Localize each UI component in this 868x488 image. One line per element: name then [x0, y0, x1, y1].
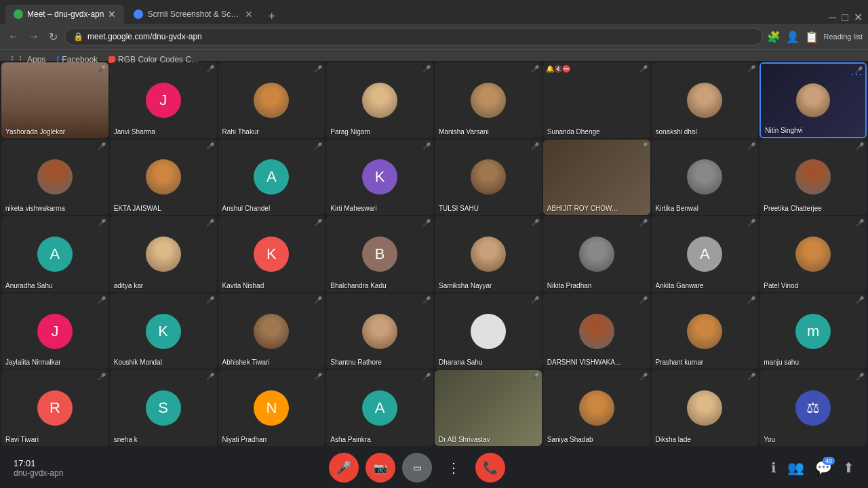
mute-icon: 🎤 — [98, 142, 106, 150]
participant-name: Jaylalita Nirmalkar — [5, 359, 61, 366]
present-button[interactable]: ▭ — [402, 453, 432, 483]
video-tile[interactable]: 🎤Parag Nigam — [326, 62, 433, 138]
activities-icon[interactable]: ⬆ — [843, 460, 854, 476]
address-text: meet.google.com/dnu-gvdx-apn — [87, 32, 202, 41]
video-tile[interactable]: K🎤Kirti Maheswari — [326, 140, 433, 216]
video-tile[interactable]: R🎤Ravi Tiwari — [1, 370, 108, 446]
participant-name: aditya kar — [114, 282, 143, 289]
video-tile[interactable]: 🎤Preetika Chatterjee — [760, 140, 867, 216]
nav-bar: ← → ↻ 🔒 meet.google.com/dnu-gvdx-apn 🧩 👤… — [0, 24, 868, 49]
video-tile[interactable]: 🎤EKTA JAISWAL — [110, 140, 217, 216]
address-bar[interactable]: 🔒 meet.google.com/dnu-gvdx-apn — [64, 28, 763, 45]
back-button[interactable]: ← — [5, 28, 22, 45]
mute-icon: 🎤 — [747, 142, 755, 150]
video-tile[interactable]: ⋯🎤Nitin Singhvi — [760, 62, 867, 138]
video-tile[interactable]: 🎤Shantnu Rathore — [326, 293, 433, 369]
video-tile[interactable]: K🎤Kavita Nishad — [218, 216, 326, 292]
video-tile[interactable]: 🎤Manisha Varsani — [435, 62, 542, 138]
video-tile[interactable]: A🎤Ankita Ganware — [652, 216, 759, 292]
video-tile[interactable]: 🎤Saniya Shadab — [543, 370, 650, 446]
mute-icon: 🎤 — [856, 142, 864, 150]
video-tile[interactable]: 🎤Prashant kumar — [652, 293, 759, 369]
video-tile[interactable]: A🎤Asha Painkra — [326, 370, 433, 446]
video-tile[interactable]: 🎤Dr AB Shrivastav — [435, 370, 542, 446]
video-tile[interactable]: 🔔🔇⛔🎤Sunanda Dhenge — [543, 62, 650, 138]
video-tile[interactable]: J🎤Janvi Sharma — [110, 62, 217, 138]
video-tile[interactable]: 🎤ABHIJIT ROY CHOW... — [543, 140, 650, 216]
video-tile[interactable]: 🎤niketa vishwakarma — [1, 140, 108, 216]
participant-name: Samiksha Nayyar — [439, 282, 492, 289]
video-tile[interactable]: 🎤Patel Vinod — [760, 216, 867, 292]
video-tile[interactable]: 🎤Kirtika Benwal — [652, 140, 759, 216]
reading-list-icon[interactable]: 📋 — [805, 30, 818, 43]
video-tile[interactable]: 🎤Rahi Thakur — [218, 62, 326, 138]
meeting-info: 17:01 dnu-gvdx-apn — [14, 458, 63, 478]
participant-name: Diksha lade — [656, 436, 691, 443]
cam-button[interactable]: 📷 — [366, 453, 395, 483]
reload-button[interactable]: ↻ — [46, 28, 60, 46]
mute-icon: 🎤 — [98, 65, 106, 73]
extensions-icon[interactable]: 🧩 — [767, 30, 781, 43]
video-tile[interactable]: S🎤sneha k — [110, 370, 217, 446]
video-tile[interactable]: ⚖🎤You — [760, 370, 867, 446]
video-tile[interactable]: A🎤Anuradha Sahu — [1, 216, 108, 292]
mute-icon: 🎤 — [422, 296, 431, 304]
controls: 🎤 📷 ▭ ⋮ 📞 — [329, 453, 505, 483]
minimize-button[interactable]: ─ — [829, 12, 836, 24]
video-tile[interactable]: 🎤Abhishek Tiwari — [218, 293, 326, 369]
participant-name: sneha k — [114, 436, 138, 443]
mute-icon: 🎤 — [314, 142, 322, 150]
video-tile[interactable]: J🎤Jaylalita Nirmalkar — [1, 293, 108, 369]
video-tile[interactable]: 🎤aditya kar — [110, 216, 217, 292]
profile-icon[interactable]: 👤 — [786, 30, 800, 43]
participant-name: Parag Nigam — [330, 128, 370, 136]
maximize-button[interactable]: □ — [842, 12, 848, 24]
people-icon[interactable]: 👥 — [787, 460, 804, 476]
video-tile[interactable]: 🎤DARSHNI VISHWAKA... — [543, 293, 650, 369]
more-options-button[interactable]: ⋮ — [439, 453, 469, 483]
new-tab-button[interactable]: + — [262, 9, 281, 24]
participant-name: Kirti Maheswari — [330, 205, 376, 212]
end-call-button[interactable]: 📞 — [475, 453, 505, 483]
video-tile[interactable]: m🎤manju sahu — [760, 293, 867, 369]
forward-button[interactable]: → — [26, 28, 42, 45]
participant-name: Ankita Ganware — [656, 282, 704, 289]
video-tile[interactable]: B🎤Bhalchandra Kadu — [326, 216, 433, 292]
video-tile[interactable]: 🎤Yashorada Joglekar — [1, 62, 108, 138]
tab-scrnli-close[interactable]: ✕ — [245, 9, 253, 20]
mute-icon: 🎤 — [206, 373, 214, 380]
mute-icon: 🎤 — [531, 296, 539, 304]
tab-meet-close[interactable]: ✕ — [108, 9, 116, 20]
tab-scrnli[interactable]: Scrnli Screenshot & Screen Vide... ✕ — [125, 5, 261, 24]
participant-name: You — [764, 436, 775, 443]
reading-list-label[interactable]: Reading list — [824, 33, 863, 41]
mute-icon: 🎤 — [856, 219, 864, 226]
mute-icon: 🎤 — [856, 373, 864, 380]
video-tile[interactable]: 🎤Dharana Sahu — [435, 293, 542, 369]
video-tile[interactable]: K🎤Koushik Mondal — [110, 293, 217, 369]
close-button[interactable]: ✕ — [854, 11, 863, 24]
participant-name: Ravi Tiwari — [5, 436, 39, 443]
participant-name: Nikita Pradhan — [547, 282, 592, 289]
mute-icon: 🎤 — [98, 373, 106, 380]
video-tile[interactable]: 🎤sonakshi dhal — [652, 62, 759, 138]
video-tile[interactable]: N🎤Niyati Pradhan — [218, 370, 326, 446]
video-tile[interactable]: 🎤Nikita Pradhan — [543, 216, 650, 292]
nav-icons: 🧩 👤 📋 Reading list — [767, 30, 863, 43]
meeting-time: 17:01 — [14, 458, 63, 468]
meeting-name: dnu-gvdx-apn — [14, 468, 63, 478]
chat-icon[interactable]: 💬 40 — [815, 460, 832, 476]
mic-button[interactable]: 🎤 — [329, 453, 359, 483]
video-grid: 🎤Yashorada JoglekarJ🎤Janvi Sharma🎤Rahi T… — [0, 61, 868, 447]
mute-icon: 🎤 — [422, 142, 431, 150]
tab-scrnli-title: Scrnli Screenshot & Screen Vide... — [147, 9, 241, 19]
video-tile[interactable]: 🎤Samiksha Nayyar — [435, 216, 542, 292]
tab-meet[interactable]: Meet – dnu-gvdx-apn ✕ — [5, 5, 124, 24]
video-tile[interactable]: 🎤TULSI SAHU — [435, 140, 542, 216]
participant-name: Koushik Mondal — [114, 359, 162, 366]
mute-icon: 🎤 — [747, 373, 755, 380]
video-tile[interactable]: A🎤Anshul Chandel — [218, 140, 326, 216]
participant-name: Anshul Chandel — [222, 205, 271, 212]
video-tile[interactable]: 🎤Diksha lade — [652, 370, 759, 446]
info-icon[interactable]: ℹ — [771, 460, 776, 476]
